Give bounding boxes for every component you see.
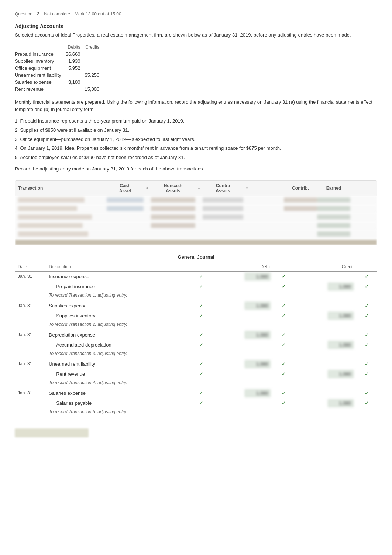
gj-debit-value[interactable]: 1,080	[245, 273, 271, 280]
question-label: Question	[15, 11, 32, 17]
account-name: Office equipment	[15, 65, 66, 72]
instructions-list: 1. Prepaid Insurance represents a three-…	[15, 117, 377, 162]
gj-entry-date	[15, 340, 46, 350]
gj-entry-date: Jan. 31	[15, 388, 46, 398]
check-icon: ✓	[282, 313, 286, 318]
gj-debit-value[interactable]: 1,080	[245, 331, 271, 339]
gj-credit-cell[interactable]	[295, 359, 357, 369]
gj-entry-row: Prepaid insurance ✓ ✓ 1,080 ✓	[15, 282, 377, 292]
intro-text: Selected accounts of Ideal Properties, a…	[15, 31, 377, 39]
gj-memo-text: To record Transaction 1. adjusting entry…	[46, 292, 377, 301]
gj-credit-cell[interactable]	[295, 330, 357, 340]
gj-entry-date	[15, 282, 46, 292]
gj-debit-value[interactable]: 1,080	[245, 389, 271, 397]
fst-row-4	[15, 221, 377, 230]
gj-debit-cell[interactable]: 1,080	[212, 388, 274, 398]
gj-debit-value[interactable]: 1,080	[245, 302, 271, 310]
gj-check-debit: ✓	[274, 369, 294, 379]
fst-row-1	[15, 196, 377, 204]
account-debit: 1,930	[66, 58, 85, 65]
gj-entry-description: Accumulated depreciation	[46, 340, 191, 350]
record-instruction: Record the adjusting entry made on Janua…	[15, 165, 377, 173]
gj-memo-date	[15, 408, 46, 417]
gj-credit-value[interactable]: 1,080	[328, 312, 354, 320]
gj-check-credit: ✓	[357, 311, 377, 321]
gj-credit-cell[interactable]	[295, 388, 357, 398]
gj-entry-description: Rent revenue	[46, 369, 191, 379]
account-row: Office equipment 5,952	[15, 65, 104, 72]
account-debit: 5,952	[66, 65, 85, 72]
check-icon: ✓	[282, 303, 286, 308]
check-icon: ✓	[282, 371, 286, 377]
fst-col-earned: Earned	[317, 186, 350, 191]
account-credit	[85, 65, 104, 72]
fst-col-contra: ContraAssets	[203, 183, 243, 193]
gj-entry-description: Prepaid insurance	[46, 282, 191, 292]
gj-title: General Journal	[15, 254, 377, 260]
check-icon: ✓	[365, 313, 369, 318]
check-icon: ✓	[199, 303, 203, 308]
gj-debit-cell[interactable]	[212, 398, 274, 408]
gj-debit-cell[interactable]: 1,080	[212, 301, 274, 311]
footer-bar	[15, 428, 89, 437]
account-row: Prepaid insurance $6,660	[15, 51, 104, 58]
gj-credit-cell[interactable]	[295, 301, 357, 311]
account-debit	[66, 86, 85, 93]
gj-check-desc: ✓	[191, 388, 212, 398]
fst-minus: -	[195, 186, 203, 191]
gj-debit-cell[interactable]	[212, 282, 274, 292]
check-icon: ✓	[365, 342, 369, 348]
accounts-table: Debits Credits Prepaid insurance $6,660 …	[15, 44, 377, 93]
check-icon: ✓	[199, 361, 203, 367]
check-icon: ✓	[199, 332, 203, 338]
gj-debit-value[interactable]: 1,080	[245, 360, 271, 368]
gj-col-description: Description	[46, 263, 191, 271]
gj-check-credit: ✓	[357, 330, 377, 340]
account-debit: 3,100	[66, 79, 85, 86]
gj-memo-date	[15, 292, 46, 301]
gj-debit-cell[interactable]: 1,080	[212, 271, 274, 282]
gj-credit-cell[interactable]: 1,080	[295, 398, 357, 408]
general-journal-section: General Journal Date Description Debit C…	[15, 254, 377, 417]
gj-credit-value[interactable]: 1,080	[328, 341, 354, 349]
gj-col-check3	[357, 263, 377, 271]
gj-credit-cell[interactable]: 1,080	[295, 311, 357, 321]
gj-check-debit: ✓	[274, 271, 294, 282]
gj-check-credit: ✓	[357, 282, 377, 292]
account-row: Supplies inventory 1,930	[15, 58, 104, 65]
gj-credit-cell[interactable]: 1,080	[295, 282, 357, 292]
check-icon: ✓	[199, 371, 203, 377]
gj-debit-cell[interactable]	[212, 369, 274, 379]
gj-entry-row: Jan. 31 Insurance expense ✓ 1,080 ✓ ✓	[15, 271, 377, 282]
gj-check-desc: ✓	[191, 398, 212, 408]
check-icon: ✓	[282, 273, 286, 279]
gj-credit-value[interactable]: 1,080	[328, 399, 354, 407]
gj-credit-cell[interactable]: 1,080	[295, 340, 357, 350]
gj-credit-value[interactable]: 1,080	[328, 283, 354, 290]
gj-debit-cell[interactable]: 1,080	[212, 359, 274, 369]
gj-credit-cell[interactable]: 1,080	[295, 369, 357, 379]
gj-col-debit: Debit	[212, 263, 274, 271]
gj-memo-text: To record Transaction 5. adjusting entry…	[46, 408, 377, 417]
gj-debit-cell[interactable]: 1,080	[212, 330, 274, 340]
check-icon: ✓	[365, 400, 369, 406]
gj-check-credit: ✓	[357, 271, 377, 282]
gj-check-debit: ✓	[274, 359, 294, 369]
instruction-item: 5. Accrued employee salaries of $490 hav…	[15, 154, 377, 162]
question-header: Question 2 Not complete Mark 13.00 out o…	[15, 11, 377, 17]
gj-col-check	[191, 263, 212, 271]
gj-credit-value[interactable]: 1,080	[328, 370, 354, 378]
gj-memo-row: To record Transaction 3. adjusting entry…	[15, 350, 377, 359]
gj-memo-date	[15, 379, 46, 388]
gj-entry-description: Depreciation expense	[46, 330, 191, 340]
account-debit: $6,660	[66, 51, 85, 58]
gj-credit-cell[interactable]	[295, 271, 357, 282]
gj-entry-description: Unearned rent liability	[46, 359, 191, 369]
gj-check-debit: ✓	[274, 282, 294, 292]
gj-check-credit: ✓	[357, 359, 377, 369]
gj-entry-description: Supplies expense	[46, 301, 191, 311]
account-debit	[66, 72, 85, 79]
gj-debit-cell[interactable]	[212, 311, 274, 321]
check-icon: ✓	[282, 342, 286, 348]
gj-debit-cell[interactable]	[212, 340, 274, 350]
